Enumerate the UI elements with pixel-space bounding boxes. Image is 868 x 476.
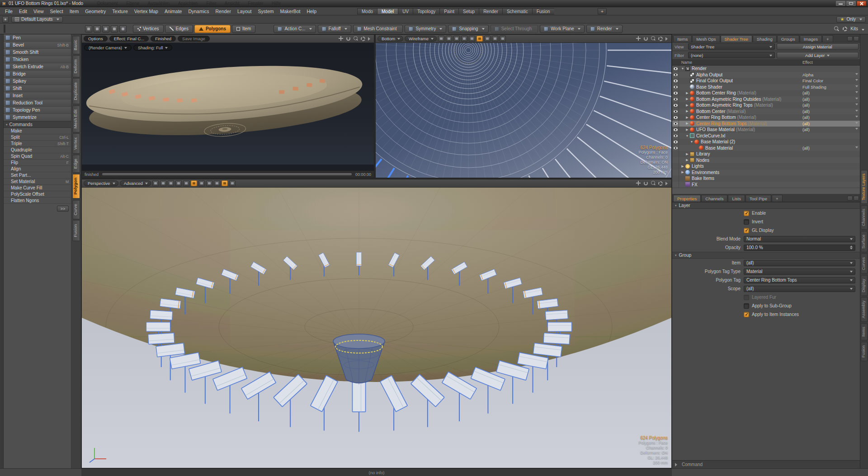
maximize-button[interactable] (846, 1, 856, 6)
orbit-view-icon[interactable] (345, 36, 351, 42)
layout-tab[interactable]: Model (377, 8, 398, 14)
command-item[interactable]: Flip F (4, 160, 71, 166)
apply-to-subgroup-checkbox[interactable] (744, 303, 749, 309)
toolbox-tab[interactable]: Fusion (72, 220, 80, 241)
row-dropdown-icon[interactable] (855, 91, 858, 94)
close-button[interactable] (857, 1, 866, 6)
tool-toggle-button[interactable]: Select Through (491, 25, 538, 33)
layered-fur-checkbox[interactable] (744, 295, 749, 300)
shader-tree-row[interactable]: Alpha Output Alpha (672, 72, 860, 78)
tool-item[interactable]: Shift (4, 85, 71, 92)
assign-material-button[interactable]: Assign Material (777, 43, 859, 50)
tool-item[interactable]: Thicken (4, 56, 71, 63)
visibility-eye-icon[interactable] (672, 127, 679, 133)
tool-item[interactable]: Bevel Shift-B (4, 42, 71, 49)
menu-item[interactable]: Layout (234, 9, 255, 14)
menu-item[interactable]: View (30, 9, 47, 14)
toolbox-tab[interactable]: Curve (72, 200, 80, 219)
side-panel-tab[interactable]: Items (861, 323, 868, 340)
viewport-shading-selector[interactable]: Advanced (120, 180, 151, 186)
layer-effect[interactable]: (all) (802, 90, 810, 95)
split-view-icon[interactable] (168, 180, 174, 186)
menu-item[interactable]: File (2, 9, 16, 14)
visibility-eye-icon[interactable] (672, 145, 679, 151)
layer-effect[interactable]: Final Color (802, 78, 823, 83)
workplane-toggle-icon[interactable] (5, 24, 5, 33)
tool-toggle-button[interactable]: Action C... (274, 25, 316, 33)
zoom-view-icon[interactable] (650, 36, 656, 42)
command-item[interactable]: Set Part... (4, 172, 71, 179)
command-item[interactable]: Spin Quad Alt-C (4, 153, 71, 160)
expand-arrow-icon[interactable]: ▶ (685, 109, 689, 113)
gear-icon[interactable] (842, 26, 848, 32)
panel-pin-icon[interactable] (847, 196, 853, 201)
side-panel-tab[interactable]: Display (861, 275, 868, 296)
ghost-mode-icon[interactable] (484, 36, 491, 42)
expand-arrow-icon[interactable]: ▶ (685, 152, 689, 156)
apply-to-item-instances-checkbox[interactable] (744, 312, 749, 317)
preview-scrollbar[interactable] (102, 173, 352, 175)
visibility-eye-icon[interactable] (672, 66, 679, 72)
shader-tree-row[interactable]: ▶ Center Ring Bottom Tops (Material) (al… (672, 121, 860, 127)
kits-button[interactable]: Kits (850, 26, 858, 31)
viewport-menu-caret-icon[interactable] (665, 182, 670, 185)
expand-arrow-icon[interactable]: ▼ (680, 67, 685, 70)
panel-tab[interactable]: Shading (753, 35, 777, 42)
render-preview-canvas[interactable]: (Render Camera) Shading: Full (82, 43, 374, 170)
layout-tab[interactable]: UV (398, 8, 413, 14)
viewport-menu-caret-icon[interactable] (368, 37, 372, 41)
work-plane-icon[interactable] (206, 180, 212, 186)
shader-tree-row[interactable]: ▶ Center Ring Bottom (Material) (all) (672, 114, 860, 121)
viewport-menu-caret-icon[interactable] (665, 37, 670, 41)
enable-checkbox[interactable] (744, 211, 749, 216)
layer-effect[interactable]: (all) (802, 146, 810, 151)
expand-arrow-icon[interactable]: ▶ (685, 128, 689, 132)
panel-tab[interactable]: Tool Pipe (745, 195, 771, 202)
split-view-icon[interactable] (453, 36, 460, 42)
visibility-eye-icon[interactable] (672, 121, 679, 127)
lights-toggle-icon[interactable] (183, 180, 189, 186)
layout-tab[interactable]: Topology (413, 8, 439, 14)
toolbox-tab[interactable]: Duplicate (72, 78, 80, 104)
pan-view-icon[interactable] (636, 180, 642, 186)
side-panel-tab[interactable]: Surface (861, 231, 868, 252)
tool-item[interactable]: Reduction Tool (4, 99, 71, 107)
visibility-eye-icon[interactable] (672, 163, 679, 170)
visibility-eye-icon[interactable] (672, 133, 679, 139)
expand-arrow-icon[interactable]: ▶ (685, 158, 689, 162)
visibility-eye-icon[interactable] (672, 78, 679, 84)
row-dropdown-icon[interactable] (855, 116, 858, 119)
panel-tab[interactable]: + (772, 195, 783, 202)
tool-toggle-button[interactable]: Mesh Constraint (353, 25, 403, 33)
preview-control-pill[interactable]: Save Image (178, 36, 210, 42)
item-visibility-icon[interactable] (214, 180, 220, 186)
selection-mode-button[interactable]: Vertices (133, 25, 164, 33)
expand-arrow-icon[interactable]: ▶ (685, 104, 689, 107)
menu-item[interactable]: Geometry (82, 9, 109, 14)
shade-style-icon[interactable] (152, 180, 159, 186)
tool-toggle-button[interactable]: Render (586, 25, 623, 33)
visibility-eye-icon[interactable] (672, 90, 679, 96)
row-dropdown-icon[interactable] (855, 98, 858, 101)
tool-toggle-button[interactable]: Snapping (448, 25, 488, 33)
row-dropdown-icon[interactable] (855, 73, 858, 76)
shader-tree-row[interactable]: Base Material (all) (672, 145, 860, 151)
shade-style-icon[interactable] (438, 36, 444, 42)
group-section-header[interactable]: Group (672, 252, 860, 259)
auto-activity-icon[interactable] (476, 36, 483, 42)
menu-item[interactable]: Animate (161, 9, 185, 14)
pan-view-icon[interactable] (338, 36, 344, 42)
visibility-eye-icon[interactable] (672, 108, 679, 115)
tool-item[interactable]: Bridge (4, 71, 71, 78)
shader-tree-row[interactable]: ▶ Bottom Asymetric Ring Tops (Material) … (672, 102, 860, 108)
tool-item[interactable]: Spikey (4, 78, 71, 85)
layout-tab[interactable]: Setup (458, 8, 479, 14)
layout-tab[interactable]: Paint (439, 8, 458, 14)
polygon-tag-type-dropdown[interactable]: Material (744, 269, 855, 275)
command-item[interactable]: Make (4, 128, 71, 134)
layout-tab[interactable]: Fusion (532, 8, 554, 14)
preview-control-pill[interactable]: Effect: Final C... (109, 36, 149, 42)
panel-tab[interactable]: Mesh Ops (692, 35, 720, 42)
panel-tab[interactable]: Groups (777, 35, 799, 42)
perspective-canvas[interactable]: 624 Polygons Polygons : Face Channels: 0… (82, 188, 671, 468)
